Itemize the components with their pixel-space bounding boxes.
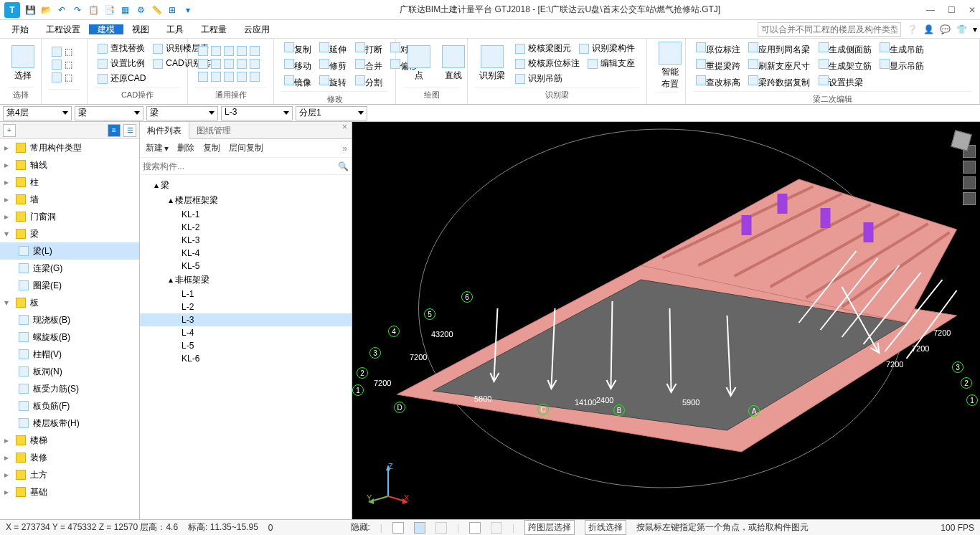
- print-icon[interactable]: 📋: [88, 4, 99, 16]
- break-button[interactable]: 打断: [355, 42, 382, 56]
- identify-stirrup-button[interactable]: 识别吊筋: [514, 72, 636, 85]
- component-node[interactable]: ▴ 楼层框架梁: [140, 193, 352, 208]
- smart-layout-button[interactable]: 智能布置: [654, 40, 686, 92]
- skin-icon[interactable]: 👕: [956, 24, 967, 34]
- tree-item[interactable]: 连梁(G): [0, 260, 139, 277]
- sb-icon[interactable]: [491, 522, 502, 534]
- generic-op-button[interactable]: [197, 45, 261, 57]
- search-icon[interactable]: 🔍: [338, 161, 349, 171]
- menu-tab-1[interactable]: 工程设置: [37, 24, 89, 34]
- menu-tab-4[interactable]: 工具: [158, 24, 192, 34]
- show-stirrup-button[interactable]: 显示吊筋: [880, 59, 924, 72]
- sb-icon[interactable]: [414, 522, 425, 534]
- apply-same-button[interactable]: 应用到同名梁: [748, 42, 810, 56]
- rotate-button[interactable]: 旋转: [319, 75, 347, 89]
- save-icon[interactable]: 💾: [24, 4, 36, 16]
- tree-item[interactable]: 圈梁(E): [0, 277, 139, 294]
- component-node[interactable]: KL-4: [140, 247, 352, 260]
- tree-item[interactable]: 现浇板(B): [0, 311, 139, 328]
- search-input[interactable]: [758, 22, 901, 37]
- view-tool-icon[interactable]: [963, 161, 976, 174]
- sb-icon[interactable]: [392, 522, 404, 534]
- check-beam-button[interactable]: 校核梁图元 识别梁构件: [514, 42, 636, 55]
- generic-op-button[interactable]: [197, 71, 261, 82]
- merge-button[interactable]: 合并: [355, 59, 382, 72]
- component-node[interactable]: KL-3: [140, 234, 352, 247]
- point-button[interactable]: 点: [403, 44, 435, 83]
- more-icon[interactable]: ▾: [973, 24, 977, 34]
- tree-cat[interactable]: ▸轴线: [0, 156, 139, 174]
- gen-stirrup-button[interactable]: 生成吊筋: [880, 42, 924, 56]
- component-node[interactable]: KL-2: [140, 221, 352, 234]
- tree-item[interactable]: 梁(L): [0, 242, 139, 260]
- tree-cat[interactable]: ▸基础: [0, 483, 139, 501]
- layer-select[interactable]: 分层1: [296, 106, 367, 120]
- tab-component-list[interactable]: 构件列表: [140, 122, 189, 139]
- tree-item[interactable]: 板受力筋(S): [0, 380, 139, 397]
- table-icon[interactable]: ▦: [119, 4, 131, 16]
- cad-op-button[interactable]: ⬚: [50, 46, 74, 57]
- 3d-viewport[interactable]: 123456ABCD123720072004320058001410024005…: [352, 122, 980, 519]
- tree-cat[interactable]: ▸装修: [0, 449, 139, 466]
- identify-beam-button[interactable]: 识别梁: [475, 44, 509, 83]
- component-node[interactable]: ▴ 非框架梁: [140, 273, 352, 288]
- extend-button[interactable]: 延伸: [319, 42, 347, 56]
- check-pos-button[interactable]: 校核原位标注 编辑支座: [514, 57, 636, 70]
- component-node[interactable]: KL-6: [140, 352, 352, 365]
- select-button[interactable]: 选择: [7, 44, 39, 83]
- maximize-icon[interactable]: ☐: [948, 5, 956, 15]
- undo-icon[interactable]: ↶: [56, 4, 67, 16]
- edit-elev-button[interactable]: 查改标高: [696, 75, 740, 89]
- type-select[interactable]: 梁: [146, 106, 218, 120]
- tree-cat[interactable]: ▾梁: [0, 225, 139, 242]
- export-icon[interactable]: 📑: [103, 4, 115, 16]
- open-icon[interactable]: 📂: [40, 4, 52, 16]
- line-button[interactable]: 直线: [438, 44, 469, 83]
- ruler-icon[interactable]: 📏: [151, 4, 162, 16]
- component-select[interactable]: L-3: [221, 106, 293, 120]
- span-copy-button[interactable]: 梁跨数据复制: [748, 75, 810, 89]
- mirror-button[interactable]: 镜像: [284, 75, 311, 89]
- menu-tab-0[interactable]: 开始: [3, 24, 37, 34]
- component-node[interactable]: KL-1: [140, 208, 352, 221]
- pin-add-icon[interactable]: +: [3, 124, 16, 137]
- help-icon[interactable]: ❔: [907, 24, 918, 34]
- component-node[interactable]: L-1: [140, 288, 352, 300]
- tree-cat[interactable]: ▸柱: [0, 174, 139, 191]
- minimize-icon[interactable]: —: [926, 5, 935, 15]
- user-icon[interactable]: 👤: [923, 24, 934, 34]
- generic-op-button[interactable]: [197, 58, 261, 70]
- notif-icon[interactable]: 💬: [940, 24, 951, 34]
- component-node[interactable]: KL-5: [140, 260, 352, 273]
- panel-close-icon[interactable]: ×: [338, 122, 352, 138]
- tab-drawing-mgr[interactable]: 图纸管理: [189, 122, 238, 138]
- tree-item[interactable]: 楼层板带(H): [0, 415, 139, 432]
- close-icon[interactable]: ✕: [969, 5, 976, 15]
- component-node[interactable]: L-2: [140, 300, 352, 313]
- menu-tab-5[interactable]: 工程量: [192, 24, 235, 34]
- move-button[interactable]: 移动: [284, 59, 311, 72]
- cad-op-button[interactable]: ⬚: [50, 59, 74, 70]
- component-node[interactable]: ▴ 梁: [140, 178, 352, 193]
- tree-cat[interactable]: ▸墙: [0, 191, 139, 208]
- menu-tab-3[interactable]: 视图: [123, 24, 158, 34]
- component-search-input[interactable]: [143, 161, 335, 171]
- sb-icon[interactable]: [469, 522, 481, 534]
- grid-icon[interactable]: ⊞: [166, 4, 178, 16]
- tree-item[interactable]: 板负筋(F): [0, 397, 139, 415]
- view-tool-icon[interactable]: [963, 176, 976, 189]
- set-arch-button[interactable]: 设置拱梁: [819, 75, 863, 89]
- floor-copy-button[interactable]: 层间复制: [227, 142, 263, 154]
- dropdown-icon[interactable]: ▾: [182, 4, 194, 16]
- refresh-support-button[interactable]: 刷新支座尺寸: [748, 59, 810, 72]
- category-select[interactable]: 梁: [75, 106, 143, 120]
- gen-side-button[interactable]: 生成侧面筋: [819, 42, 872, 56]
- span-select-button[interactable]: 跨图层选择: [524, 520, 575, 535]
- tree-item[interactable]: 板洞(N): [0, 363, 139, 380]
- reextract-button[interactable]: 重提梁跨: [696, 59, 740, 72]
- cad-op-button[interactable]: ⬚: [50, 72, 74, 83]
- floor-select[interactable]: 第4层: [3, 106, 72, 120]
- tree-cat[interactable]: ▸常用构件类型: [0, 139, 139, 156]
- split-button[interactable]: 分割: [355, 75, 382, 89]
- redo-icon[interactable]: ↷: [72, 4, 83, 16]
